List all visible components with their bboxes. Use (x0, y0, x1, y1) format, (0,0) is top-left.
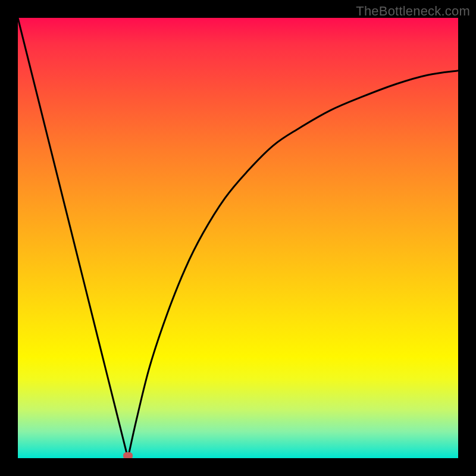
min-point-marker (123, 452, 133, 458)
chart-frame: TheBottleneck.com (0, 0, 476, 476)
left-branch-path (18, 18, 128, 458)
curve-svg (18, 18, 458, 458)
plot-area (18, 18, 458, 458)
watermark-text: TheBottleneck.com (356, 4, 470, 19)
right-branch-path (128, 71, 458, 458)
